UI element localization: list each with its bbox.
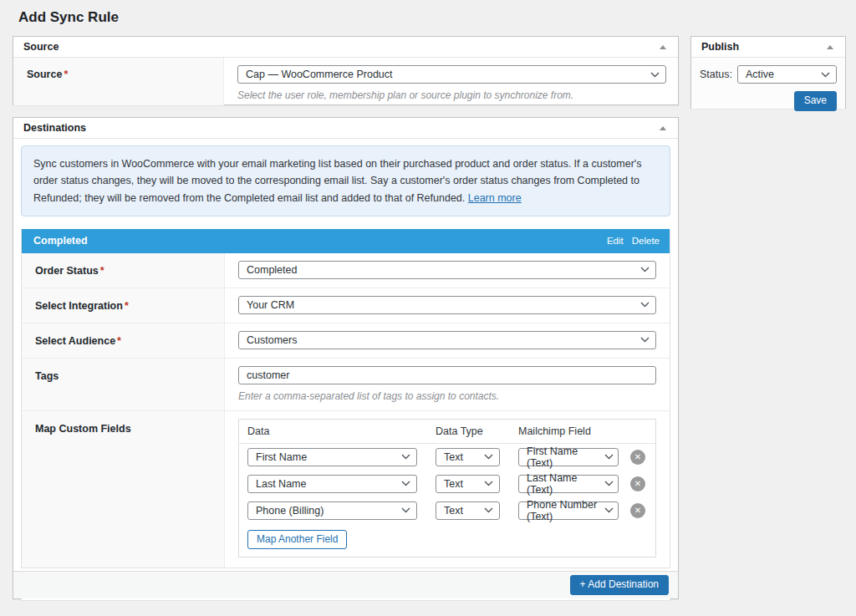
chevron-down-icon <box>821 72 830 78</box>
data-select[interactable]: First Name <box>247 448 417 466</box>
sync-info-text: Sync customers in WooCommerce with your … <box>33 158 641 204</box>
source-field-label-text: Source <box>27 69 62 80</box>
tags-input[interactable] <box>238 366 656 384</box>
chevron-down-icon <box>650 72 660 78</box>
chevron-down-icon <box>604 481 614 486</box>
status-label: Status: <box>700 69 732 80</box>
chevron-down-icon <box>640 302 650 308</box>
remove-field-button[interactable] <box>630 503 645 518</box>
source-panel: Source Source* Cap — WooCommerce Product… <box>13 36 679 105</box>
order-status-label-text: Order Status <box>35 265 99 277</box>
data-select-value: First Name <box>256 451 307 463</box>
chevron-down-icon <box>604 454 614 460</box>
status-row: Status: Active <box>700 65 837 84</box>
integration-row: Select Integration* Your CRM <box>22 288 670 323</box>
mailchimp-field-select[interactable]: Phone Number (Text) <box>518 501 619 520</box>
integration-select-value: Your CRM <box>247 299 294 311</box>
chevron-down-icon <box>640 337 650 343</box>
data-select-value: Phone (Billing) <box>256 505 324 517</box>
data-type-select-value: Text <box>444 478 463 490</box>
remove-field-button[interactable] <box>630 476 645 491</box>
add-destination-button[interactable]: + Add Destination <box>570 575 669 595</box>
audience-label: Select Audience* <box>22 323 225 358</box>
map-another-field-button[interactable]: Map Another Field <box>247 530 347 550</box>
order-status-select[interactable]: Completed <box>238 261 656 279</box>
source-panel-body: Source* Cap — WooCommerce Product Select… <box>13 58 678 105</box>
column-header-data-type: Data Type <box>436 425 518 437</box>
map-fields-row: Map Custom Fields Data Data Type Mailchi… <box>22 411 670 568</box>
save-row: Save <box>700 91 837 111</box>
sync-info-notice: Sync customers in WooCommerce with your … <box>21 145 670 216</box>
publish-panel-body: Status: Active Save <box>691 58 845 109</box>
destinations-panel-header: Destinations <box>13 118 678 139</box>
remove-field-button[interactable] <box>630 450 645 465</box>
destination-header: Completed Edit Delete <box>22 229 670 253</box>
edit-link[interactable]: Edit <box>607 236 624 246</box>
collapse-icon[interactable] <box>660 126 666 130</box>
data-type-select[interactable]: Text <box>436 475 500 493</box>
required-mark: * <box>64 69 68 80</box>
audience-select[interactable]: Customers <box>238 331 656 349</box>
destination-title: Completed <box>33 235 88 247</box>
map-fields-header: Data Data Type Mailchimp Field <box>239 420 655 444</box>
source-field-content: Cap — WooCommerce Product Select the use… <box>224 58 678 105</box>
chevron-down-icon <box>401 454 410 460</box>
mailchimp-field-select-value: Phone Number (Text) <box>527 499 599 522</box>
audience-row: Select Audience* Customers <box>22 323 670 359</box>
chevron-down-icon <box>401 507 410 513</box>
integration-label: Select Integration* <box>22 288 225 323</box>
chevron-down-icon <box>484 454 493 460</box>
column-header-data: Data <box>247 425 436 437</box>
data-select-value: Last Name <box>256 478 306 490</box>
tags-label: Tags <box>22 359 225 410</box>
order-status-label: Order Status* <box>22 253 225 288</box>
tags-help-text: Enter a comma-separated list of tags to … <box>238 390 656 402</box>
delete-link[interactable]: Delete <box>632 236 660 246</box>
required-mark: * <box>125 300 129 312</box>
data-type-select[interactable]: Text <box>436 501 500 520</box>
tags-row: Tags Enter a comma-separated list of tag… <box>22 359 670 411</box>
map-field-row: First Name Text First Name (Text) <box>239 444 655 471</box>
chevron-down-icon <box>484 481 493 486</box>
source-panel-header: Source <box>13 37 678 58</box>
chevron-down-icon <box>484 507 493 513</box>
map-fields-label-text: Map Custom Fields <box>35 423 131 435</box>
data-select[interactable]: Phone (Billing) <box>247 501 417 520</box>
source-help-text: Select the user role, membership plan or… <box>237 89 666 101</box>
chevron-down-icon <box>604 507 614 513</box>
save-button[interactable]: Save <box>794 91 837 111</box>
source-panel-title: Source <box>23 41 59 53</box>
map-field-row: Phone (Billing) Text Phone Number (Text) <box>239 497 655 524</box>
mailchimp-field-select-value: First Name (Text) <box>527 445 599 469</box>
source-select[interactable]: Cap — WooCommerce Product <box>237 65 666 84</box>
chevron-down-icon <box>401 481 410 486</box>
mailchimp-field-select[interactable]: Last Name (Text) <box>518 475 619 493</box>
data-type-select[interactable]: Text <box>436 448 500 466</box>
status-select-value: Active <box>746 69 774 80</box>
destinations-panel: Destinations Sync customers in WooCommer… <box>13 117 679 599</box>
page-title: Add Sync Rule <box>18 9 119 26</box>
column-header-mailchimp-field: Mailchimp Field <box>518 425 629 437</box>
status-select[interactable]: Active <box>737 65 837 84</box>
destinations-footer: + Add Destination <box>13 571 678 598</box>
collapse-icon[interactable] <box>660 45 666 49</box>
mailchimp-field-select-value: Last Name (Text) <box>527 472 599 496</box>
learn-more-link[interactable]: Learn more <box>468 192 522 204</box>
source-select-value: Cap — WooCommerce Product <box>246 69 393 80</box>
mailchimp-field-select[interactable]: First Name (Text) <box>518 448 619 466</box>
publish-panel-header: Publish <box>691 37 845 58</box>
chevron-down-icon <box>640 267 650 272</box>
destinations-panel-title: Destinations <box>23 122 86 134</box>
data-type-select-value: Text <box>444 505 463 517</box>
map-fields-label: Map Custom Fields <box>22 411 225 568</box>
data-type-select-value: Text <box>444 451 463 463</box>
audience-select-value: Customers <box>247 334 297 346</box>
source-field-label: Source* <box>13 58 224 105</box>
integration-label-text: Select Integration <box>35 300 123 312</box>
destination-block-completed: Completed Edit Delete Order Status* Comp… <box>21 229 670 569</box>
integration-select[interactable]: Your CRM <box>238 296 656 314</box>
map-field-row: Last Name Text Last Name (Text) <box>239 471 655 497</box>
data-select[interactable]: Last Name <box>247 475 417 493</box>
collapse-icon[interactable] <box>827 45 833 49</box>
publish-panel-title: Publish <box>701 41 739 53</box>
